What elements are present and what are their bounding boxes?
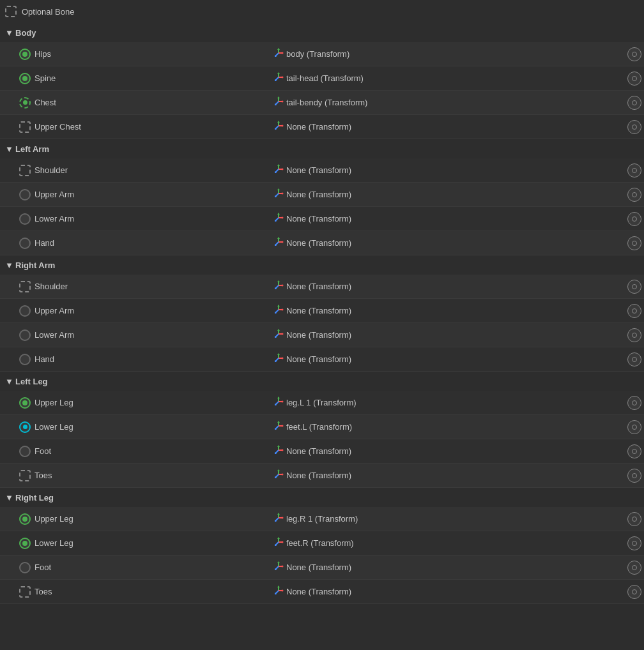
svg-line-94 [275, 474, 279, 478]
bone-name-left-hand: Hand [34, 238, 54, 248]
transform-value-right-lower-arm: None (Transform) [273, 329, 351, 341]
unity-transform-icon-left-shoulder [273, 164, 284, 176]
bone-left-right-toes: Toes [0, 586, 268, 598]
transform-text-hips: body (Transform) [286, 49, 349, 59]
section-right-leg-header[interactable]: ▼ Right Leg [0, 488, 644, 507]
svg-line-28 [275, 169, 279, 172]
svg-line-70 [275, 358, 279, 361]
section-left-arm-header[interactable]: ▼ Left Arm [0, 139, 644, 158]
section-right-leg-label: Right Leg [15, 493, 54, 503]
optional-bone-header: Optional Bone [0, 0, 644, 23]
transform-value-right-upper-arm: None (Transform) [273, 305, 351, 317]
section-left-leg-label: Left Leg [15, 377, 48, 386]
transform-text-right-toes: None (Transform) [286, 587, 351, 596]
section-left-leg-header[interactable]: ▼ Left Leg [0, 372, 644, 391]
pick-btn-left-upper-leg[interactable] [627, 396, 641, 410]
svg-marker-13 [277, 96, 280, 98]
svg-marker-75 [282, 400, 284, 403]
bone-right-right-upper-arm: None (Transform) [268, 304, 644, 318]
unity-transform-icon-left-upper-leg [273, 397, 284, 409]
pick-btn-right-lower-leg[interactable] [627, 536, 641, 550]
transform-text-left-upper-arm: None (Transform) [286, 190, 351, 199]
pick-btn-right-upper-leg[interactable] [627, 512, 641, 526]
chevron-icon: ▼ [5, 28, 13, 38]
transform-text-left-foot: None (Transform) [286, 446, 351, 456]
bone-right-upper-chest: None (Transform) [268, 120, 644, 134]
pick-btn-left-foot[interactable] [627, 444, 641, 458]
pick-btn-left-toes[interactable] [627, 469, 641, 483]
pick-btn-hips[interactable] [627, 47, 641, 61]
bone-row-right-lower-leg: Lower Leg feet.R (Transform) [0, 531, 644, 556]
transform-text-upper-chest: None (Transform) [286, 122, 351, 132]
pick-btn-right-shoulder[interactable] [627, 280, 641, 294]
section-body-label: Body [15, 28, 36, 38]
bone-right-left-upper-arm: None (Transform) [268, 188, 644, 202]
pick-btn-chest[interactable] [627, 96, 641, 110]
unity-transform-icon-left-hand [273, 237, 284, 249]
svg-marker-19 [277, 121, 280, 123]
bone-row-right-upper-leg: Upper Leg leg.R 1 (Transform) [0, 507, 644, 531]
pick-btn-right-upper-arm[interactable] [627, 304, 641, 318]
bone-icon-left-foot [19, 446, 31, 457]
pick-btn-spine[interactable] [627, 72, 641, 86]
svg-line-118 [275, 591, 279, 594]
transform-value-right-lower-leg: feet.R (Transform) [273, 537, 354, 549]
bone-left-left-upper-leg: Upper Leg [0, 397, 268, 409]
bone-icon-right-toes [19, 586, 31, 598]
pick-btn-left-lower-leg[interactable] [627, 420, 641, 434]
section-right-arm-header[interactable]: ▼ Right Arm [0, 255, 644, 275]
pick-btn-right-lower-arm[interactable] [627, 328, 641, 342]
transform-value-right-foot: None (Transform) [273, 561, 351, 573]
bone-right-right-shoulder: None (Transform) [268, 280, 644, 294]
bone-name-right-hand: Hand [34, 354, 54, 364]
bone-row-chest: Chest tail-bendy (Transform) [0, 91, 644, 115]
bone-left-right-shoulder: Shoulder [0, 281, 268, 292]
transform-value-left-upper-leg: leg.L 1 (Transform) [273, 397, 356, 409]
svg-marker-37 [277, 213, 280, 215]
transform-value-chest: tail-bendy (Transform) [273, 96, 367, 109]
svg-marker-69 [282, 357, 284, 359]
bone-left-left-toes: Toes [0, 470, 268, 481]
svg-marker-39 [282, 216, 284, 219]
optional-bone-icon [5, 6, 17, 17]
svg-marker-1 [277, 48, 280, 50]
pick-btn-left-hand[interactable] [627, 236, 641, 250]
bone-row-left-hand: Hand None (Transform) [0, 231, 644, 255]
pick-btn-right-toes[interactable] [627, 585, 641, 599]
bone-row-hips: Hips body (Transform) [0, 42, 644, 66]
bone-right-chest: tail-bendy (Transform) [268, 96, 644, 110]
bone-icon-left-upper-leg [19, 397, 31, 409]
unity-transform-icon-right-foot [273, 561, 284, 573]
bone-right-right-hand: None (Transform) [268, 352, 644, 367]
bone-row-left-lower-leg: Lower Leg feet.L (Transform) [0, 415, 644, 439]
bone-row-left-upper-arm: Upper Arm None (Transform) [0, 183, 644, 207]
bone-left-left-upper-arm: Upper Arm [0, 189, 268, 200]
pick-btn-upper-chest[interactable] [627, 120, 641, 134]
pick-btn-right-foot[interactable] [627, 561, 641, 575]
bone-icon-left-lower-arm [19, 213, 31, 225]
bone-name-left-lower-arm: Lower Arm [34, 214, 74, 223]
pick-btn-left-shoulder[interactable] [627, 163, 641, 178]
bone-right-left-shoulder: None (Transform) [268, 163, 644, 178]
bone-left-upper-chest: Upper Chest [0, 121, 268, 133]
svg-marker-67 [277, 353, 280, 355]
bone-row-left-toes: Toes None (Transform) [0, 464, 644, 488]
pick-btn-right-hand[interactable] [627, 352, 641, 367]
svg-marker-109 [277, 561, 280, 563]
svg-line-34 [275, 193, 279, 197]
unity-transform-icon-left-toes [273, 469, 284, 481]
unity-transform-icon-right-lower-arm [273, 329, 284, 341]
avatar-mapping-panel: Optional Bone ▼ Body Hips body (Transfor… [0, 0, 644, 604]
bone-icon-left-upper-arm [19, 189, 31, 200]
unity-transform-icon-spine [273, 72, 284, 84]
pick-btn-left-upper-arm[interactable] [627, 188, 641, 202]
bone-icon-right-shoulder [19, 281, 31, 292]
bone-right-left-upper-leg: leg.L 1 (Transform) [268, 396, 644, 410]
pick-btn-left-lower-arm[interactable] [627, 212, 641, 226]
section-body-header[interactable]: ▼ Body [0, 23, 644, 42]
transform-value-left-hand: None (Transform) [273, 237, 351, 249]
svg-marker-55 [277, 305, 280, 306]
bone-left-chest: Chest [0, 97, 268, 109]
bone-right-hips: body (Transform) [268, 47, 644, 61]
bone-name-spine: Spine [34, 73, 56, 83]
